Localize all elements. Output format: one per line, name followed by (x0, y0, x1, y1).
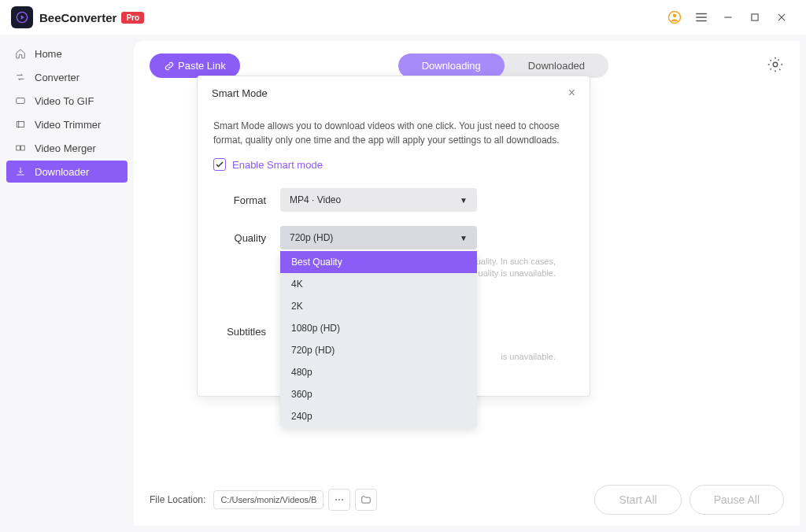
modal-close-button[interactable]: × (568, 86, 575, 100)
sidebar-label: Video Merger (35, 142, 96, 154)
format-select[interactable]: MP4 · Video ▼ (280, 188, 477, 212)
quality-select[interactable]: 720p (HD) ▼ (280, 226, 477, 249)
smart-mode-modal: Smart Mode × Smart Mode allows you to do… (197, 76, 590, 397)
sidebar-label: Downloader (35, 166, 89, 178)
more-button[interactable]: ⋯ (328, 489, 350, 511)
svg-rect-8 (752, 14, 758, 20)
sidebar-label: Converter (35, 72, 79, 83)
caret-down-icon: ▼ (460, 196, 468, 205)
sidebar-item-video-trimmer[interactable]: Video Trimmer (6, 113, 128, 135)
app-name: BeeConverter (39, 11, 116, 24)
content-area: Paste Link Downloading Downloaded Smart … (134, 41, 800, 526)
modal-title: Smart Mode (212, 87, 268, 99)
converter-icon (14, 71, 27, 83)
sidebar-label: Video To GIF (35, 95, 94, 107)
tab-downloaded[interactable]: Downloaded (505, 54, 608, 78)
gif-icon (14, 94, 27, 107)
sidebar-item-video-to-gif[interactable]: Video To GIF (6, 90, 128, 112)
bottom-bar: File Location: ⋯ Start All Pause All (134, 473, 800, 526)
sidebar-item-home[interactable]: Home (6, 42, 128, 65)
settings-button[interactable] (767, 56, 784, 76)
paste-link-button[interactable]: Paste Link (150, 54, 240, 78)
svg-rect-15 (21, 146, 25, 150)
quality-option-240p[interactable]: 240p (280, 405, 477, 427)
download-icon (14, 165, 27, 178)
format-label: Format (213, 188, 280, 206)
sidebar-label: Video Trimmer (35, 119, 101, 131)
svg-rect-14 (17, 146, 20, 150)
enable-smart-mode-label[interactable]: Enable Smart mode (232, 159, 323, 171)
quality-option-1080p[interactable]: 1080p (HD) (280, 317, 477, 339)
menu-icon[interactable] (694, 10, 708, 24)
app-logo (11, 6, 33, 28)
merger-icon (14, 142, 27, 154)
paste-link-label: Paste Link (178, 60, 226, 72)
svg-point-16 (773, 62, 778, 67)
tab-group: Downloading Downloaded (398, 54, 608, 78)
format-value: MP4 · Video (290, 194, 341, 205)
svg-rect-11 (17, 98, 25, 104)
folder-button[interactable] (355, 489, 377, 511)
quality-option-4k[interactable]: 4K (280, 273, 477, 295)
quality-option-360p[interactable]: 360p (280, 383, 477, 405)
quality-option-480p[interactable]: 480p (280, 361, 477, 383)
sidebar-item-video-merger[interactable]: Video Merger (6, 137, 128, 159)
subtitles-label: Subtitles (213, 320, 280, 338)
sidebar-label: Home (35, 48, 62, 60)
close-icon[interactable] (775, 10, 789, 24)
svg-point-3 (673, 14, 677, 18)
svg-rect-12 (17, 122, 24, 127)
titlebar: BeeConverter Pro (0, 0, 806, 35)
sidebar-item-downloader[interactable]: Downloader (6, 161, 128, 183)
quality-option-720p[interactable]: 720p (HD) (280, 339, 477, 361)
quality-value: 720p (HD) (290, 232, 333, 243)
svg-marker-1 (21, 15, 24, 19)
sidebar-item-converter[interactable]: Converter (6, 66, 128, 88)
modal-description: Smart Mode allows you to download videos… (213, 119, 574, 147)
file-location-input[interactable] (213, 490, 324, 509)
sidebar: Home Converter Video To GIF Video Trimme… (0, 35, 134, 532)
home-icon (14, 47, 27, 60)
caret-down-icon: ▼ (460, 234, 468, 242)
quality-dropdown: Best Quality 4K 2K 1080p (HD) 720p (HD) … (280, 251, 477, 427)
tab-downloading[interactable]: Downloading (398, 54, 505, 78)
pro-badge: Pro (121, 12, 144, 24)
pause-all-button[interactable]: Pause All (690, 485, 784, 515)
quality-option-2k[interactable]: 2K (280, 295, 477, 317)
minimize-icon[interactable] (721, 10, 735, 24)
user-icon[interactable] (667, 10, 682, 24)
start-all-button[interactable]: Start All (594, 485, 681, 515)
quality-option-best[interactable]: Best Quality (280, 251, 477, 273)
enable-smart-mode-checkbox[interactable] (213, 158, 226, 171)
quality-label: Quality (213, 226, 280, 244)
maximize-icon[interactable] (748, 10, 762, 24)
trimmer-icon (14, 118, 27, 131)
file-location-label: File Location: (150, 494, 205, 505)
